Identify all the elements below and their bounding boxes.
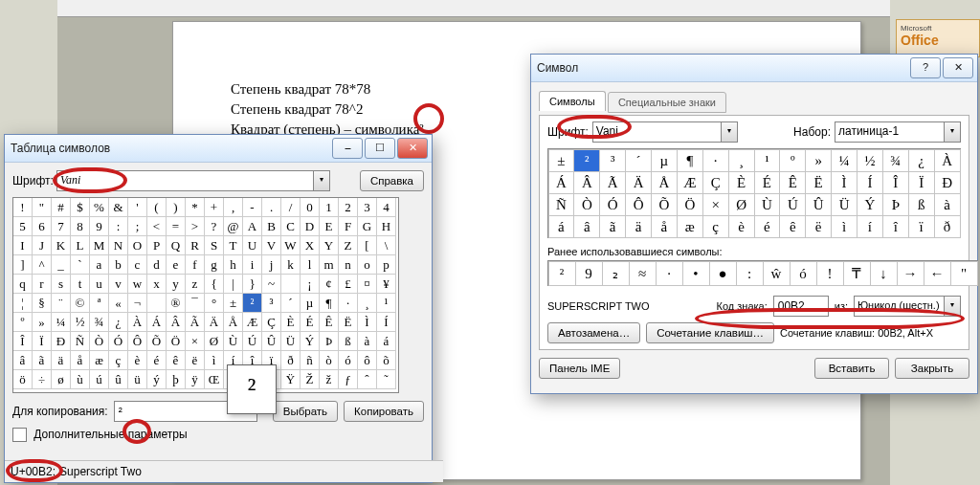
- grid-cell[interactable]: ¯: [186, 294, 205, 313]
- recent-cell[interactable]: •: [682, 261, 710, 286]
- grid-cell[interactable]: Å: [224, 313, 243, 332]
- grid-cell[interactable]: Þ: [882, 193, 909, 216]
- grid-cell[interactable]: ž: [320, 370, 339, 389]
- grid-cell[interactable]: Ú: [779, 193, 806, 216]
- grid-cell[interactable]: Ø: [728, 193, 755, 216]
- grid-cell[interactable]: å: [651, 215, 678, 238]
- grid-cell[interactable]: ¸: [358, 294, 377, 313]
- grid-cell[interactable]: ´: [625, 149, 652, 172]
- grid-cell[interactable]: ç: [702, 215, 729, 238]
- grid-cell[interactable]: Õ: [651, 193, 678, 216]
- charmap-titlebar[interactable]: Таблица символов ‒ ☐ ✕: [5, 135, 432, 163]
- grid-cell[interactable]: Æ: [677, 171, 703, 194]
- grid-cell[interactable]: ô: [358, 351, 377, 370]
- grid-cell[interactable]: ˜: [377, 370, 396, 389]
- grid-cell[interactable]: õ: [377, 351, 396, 370]
- grid-cell[interactable]: º: [13, 313, 33, 332]
- grid-cell[interactable]: h: [224, 255, 243, 275]
- grid-cell[interactable]: Ë: [339, 313, 358, 332]
- grid-cell[interactable]: ¹: [754, 149, 781, 172]
- grid-cell[interactable]: ¹: [377, 294, 396, 313]
- grid-cell[interactable]: Ú: [243, 332, 262, 351]
- recent-cell[interactable]: ↓: [870, 261, 898, 286]
- grid-cell[interactable]: c: [128, 255, 147, 275]
- grid-cell[interactable]: ã: [599, 215, 626, 238]
- grid-cell[interactable]: Þ: [320, 332, 339, 351]
- grid-cell[interactable]: Â: [573, 171, 600, 194]
- grid-cell[interactable]: Ý: [857, 193, 883, 216]
- grid-cell[interactable]: Ç: [262, 313, 281, 332]
- ime-button[interactable]: Панель IME: [539, 358, 620, 379]
- grid-cell[interactable]: ý: [147, 370, 167, 389]
- grid-cell[interactable]: Ã: [186, 313, 205, 332]
- grid-cell[interactable]: ¼: [831, 149, 858, 172]
- grid-cell[interactable]: Ü: [281, 332, 301, 351]
- grid-cell[interactable]: Ï: [33, 332, 52, 351]
- subset-combo[interactable]: ▾: [835, 121, 961, 143]
- grid-cell[interactable]: @: [224, 217, 243, 236]
- grid-cell[interactable]: ¥: [377, 275, 396, 294]
- grid-cell[interactable]: ¾: [90, 313, 109, 332]
- recent-cell[interactable]: ₂: [602, 261, 630, 286]
- grid-cell[interactable]: V: [262, 236, 281, 255]
- grid-cell[interactable]: à: [358, 332, 377, 351]
- minimize-button[interactable]: ‒: [332, 138, 363, 159]
- grid-cell[interactable]: &: [109, 198, 128, 217]
- grid-cell[interactable]: v: [109, 275, 128, 294]
- grid-cell[interactable]: 0: [301, 198, 320, 217]
- close-button[interactable]: ✕: [943, 57, 973, 78]
- char-grid[interactable]: !"#$%&'()*+,-./0123456789:;<=>?@ABCDEFGH…: [12, 197, 399, 393]
- grid-cell[interactable]: s: [52, 275, 71, 294]
- grid-cell[interactable]: µ: [301, 294, 320, 313]
- grid-cell[interactable]: f: [186, 255, 205, 275]
- chevron-down-icon[interactable]: ▾: [944, 297, 960, 316]
- grid-cell[interactable]: l: [301, 255, 320, 275]
- grid-cell[interactable]: ¤: [358, 275, 377, 294]
- grid-cell[interactable]: j: [262, 255, 281, 275]
- grid-cell[interactable]: z: [186, 275, 205, 294]
- recent-cell[interactable]: ₸: [843, 261, 871, 286]
- grid-cell[interactable]: G: [358, 217, 377, 236]
- symbol-grid[interactable]: ±²³´µ¶·¸¹º»¼½¾¿ÀÁÂÃÄÅÆÇÈÉÊËÌÍÎÏÐÑÒÓÔÕÖ×Ø…: [547, 148, 961, 238]
- recent-cell[interactable]: ": [950, 261, 978, 286]
- recent-cell[interactable]: ∙: [656, 261, 683, 286]
- grid-cell[interactable]: ¿: [109, 313, 128, 332]
- grid-cell[interactable]: T: [224, 236, 243, 255]
- grid-cell[interactable]: À: [934, 149, 961, 172]
- grid-cell[interactable]: þ: [167, 370, 186, 389]
- grid-cell[interactable]: W: [281, 236, 301, 255]
- font-input[interactable]: [57, 171, 320, 188]
- grid-cell[interactable]: ê: [779, 215, 806, 238]
- grid-cell[interactable]: ù: [71, 370, 90, 389]
- grid-cell[interactable]: \: [377, 236, 396, 255]
- grid-cell[interactable]: Ö: [677, 193, 703, 216]
- grid-cell[interactable]: m: [320, 255, 339, 275]
- grid-cell[interactable]: ): [167, 198, 186, 217]
- grid-cell[interactable]: ç: [109, 351, 128, 370]
- grid-cell[interactable]: ^: [33, 255, 52, 275]
- grid-cell[interactable]: Ü: [831, 193, 858, 216]
- grid-cell[interactable]: ³: [599, 149, 626, 172]
- grid-cell[interactable]: ã: [33, 351, 52, 370]
- grid-cell[interactable]: t: [71, 275, 90, 294]
- grid-cell[interactable]: Ô: [128, 332, 147, 351]
- help-button[interactable]: Справка: [360, 170, 424, 191]
- grid-cell[interactable]: è: [128, 351, 147, 370]
- grid-cell[interactable]: «: [109, 294, 128, 313]
- grid-cell[interactable]: N: [109, 236, 128, 255]
- grid-cell[interactable]: ¦: [13, 294, 33, 313]
- grid-cell[interactable]: ·: [339, 294, 358, 313]
- grid-cell[interactable]: |: [224, 275, 243, 294]
- grid-cell[interactable]: à: [934, 193, 961, 216]
- grid-cell[interactable]: Ó: [109, 332, 128, 351]
- grid-cell[interactable]: »: [805, 149, 832, 172]
- grid-cell[interactable]: +: [205, 198, 224, 217]
- grid-cell[interactable]: É: [301, 313, 320, 332]
- grid-cell[interactable]: ©: [71, 294, 90, 313]
- grid-cell[interactable]: Ï: [908, 171, 935, 194]
- grid-cell[interactable]: å: [71, 351, 90, 370]
- grid-cell[interactable]: é: [147, 351, 167, 370]
- from-input[interactable]: [855, 297, 950, 314]
- grid-cell[interactable]: ¿: [908, 149, 935, 172]
- grid-cell[interactable]: (: [147, 198, 167, 217]
